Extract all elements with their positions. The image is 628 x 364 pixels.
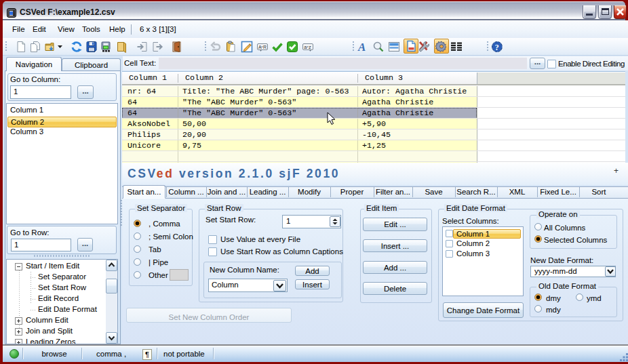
svg-text:z: z [309, 44, 311, 50]
svg-text:R: R [263, 45, 267, 49]
svg-text:?: ? [495, 43, 499, 52]
svg-text:A: A [357, 41, 366, 54]
svg-text:A: A [258, 45, 262, 49]
